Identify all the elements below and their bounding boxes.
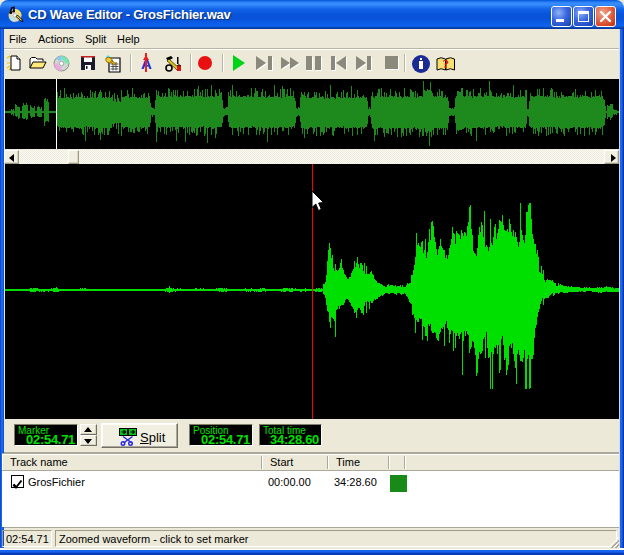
svg-text:?: ? <box>443 56 450 71</box>
